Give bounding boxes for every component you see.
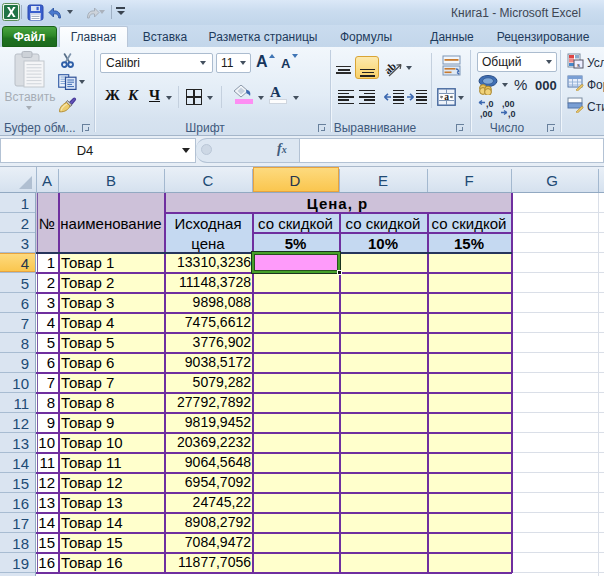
svg-text:,00: ,00 (502, 99, 515, 109)
svg-text:,00: ,00 (480, 109, 493, 119)
svg-text:s: s (577, 62, 580, 68)
svg-text:a: a (444, 92, 449, 102)
svg-text:,0: ,0 (508, 109, 516, 119)
svg-text:,0: ,0 (486, 99, 494, 109)
